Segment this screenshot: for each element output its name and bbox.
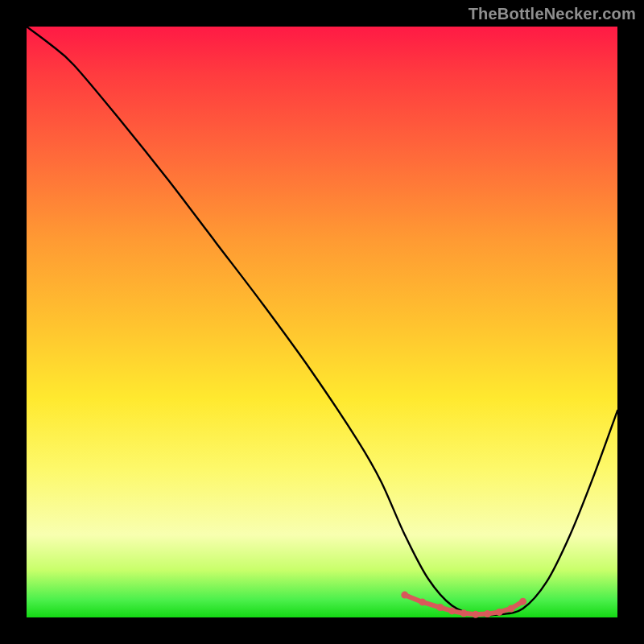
trough-marker-dot: [507, 605, 514, 612]
trough-marker-dot: [401, 592, 408, 599]
chart-svg: [27, 27, 617, 617]
trough-marker-dot: [419, 598, 426, 605]
watermark-text: TheBottleNecker.com: [469, 5, 636, 23]
trough-marker-dot: [519, 598, 526, 605]
bottleneck-curve-path: [27, 27, 617, 615]
trough-marker-dot: [496, 609, 503, 616]
trough-marker-dot: [472, 611, 479, 618]
trough-marker-dot: [448, 607, 456, 614]
plot-area: [27, 27, 617, 617]
trough-marker-dot: [484, 610, 491, 617]
chart-container: TheBottleNecker.com: [0, 0, 644, 644]
trough-marker-dot: [460, 609, 468, 617]
trough-marker-dot: [436, 604, 444, 611]
